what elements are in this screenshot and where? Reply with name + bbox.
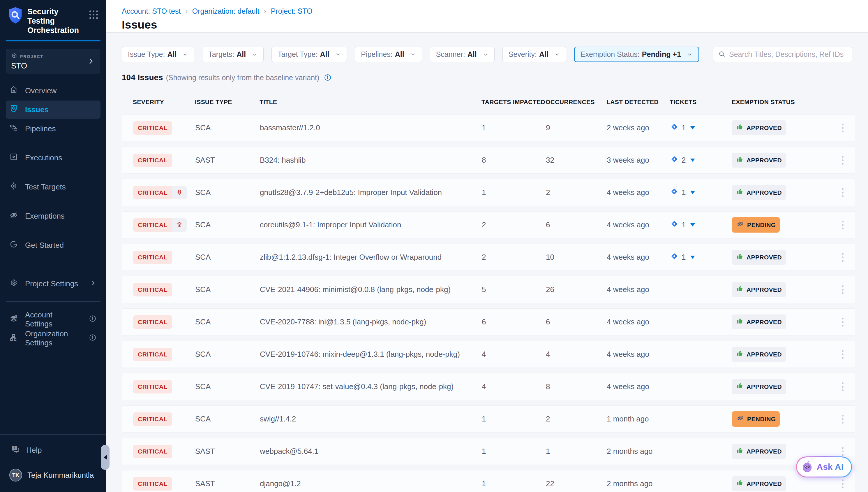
severity-badge: CRITICAL: [133, 154, 172, 167]
row-actions-cell: [836, 379, 855, 394]
filter-scanner[interactable]: Scanner:All: [430, 47, 495, 62]
row-menu-button[interactable]: [839, 476, 846, 491]
exemption-cell: APPROVED: [732, 476, 836, 491]
row-menu-button[interactable]: [839, 153, 846, 168]
row-actions-cell: [836, 121, 855, 135]
row-menu-button[interactable]: [839, 186, 846, 200]
exemption-cell: APPROVED: [732, 347, 836, 362]
layers-gear-icon: [9, 314, 18, 325]
avatar: TK: [9, 469, 22, 482]
breadcrumb-organization[interactable]: Organization: default: [192, 7, 260, 16]
row-actions-cell: [836, 218, 855, 232]
project-selector[interactable]: PROJECT STO: [6, 49, 100, 73]
issue-type-cell: SCA: [195, 317, 260, 326]
row-actions-cell: [836, 282, 855, 297]
targets-impacted-cell: 5: [482, 285, 546, 294]
sidebar-item-label: Organization Settings: [25, 329, 82, 347]
sidebar-item-project-settings[interactable]: Project Settings: [6, 275, 101, 293]
issue-type-cell: SAST: [195, 447, 260, 456]
row-menu-button[interactable]: [839, 250, 846, 265]
jira-icon: [670, 220, 679, 230]
severity-cell: CRITICAL: [133, 218, 195, 232]
collapse-arrow-icon: [104, 455, 107, 460]
home-icon: [9, 85, 18, 96]
help-button[interactable]: ? Help: [0, 435, 106, 456]
ticket-link[interactable]: 1: [670, 220, 695, 230]
issue-title[interactable]: zlib@1:1.2.13.dfsg-1: Integer Overflow o…: [260, 253, 482, 262]
ticket-link[interactable]: 1: [670, 187, 695, 198]
issue-title[interactable]: django@1.2: [260, 479, 482, 488]
ticket-link[interactable]: 1: [670, 122, 695, 133]
app-switcher-icon[interactable]: [89, 10, 98, 19]
issue-type-cell: SCA: [195, 188, 260, 197]
filter-targets[interactable]: Targets:All: [202, 47, 264, 62]
filter-pipelines[interactable]: Pipelines:All: [355, 47, 422, 62]
eye-off-icon: [736, 414, 744, 424]
issue-title[interactable]: swig//1.4.2: [260, 415, 482, 423]
occurrences-cell: 10: [546, 253, 607, 262]
breadcrumb-account[interactable]: Account: STO test: [122, 7, 181, 16]
sidebar-item-pipelines[interactable]: Pipelines: [6, 120, 101, 138]
filter-issue-type[interactable]: Issue Type:All: [122, 47, 194, 62]
row-menu-button[interactable]: [839, 379, 846, 394]
ticket-link[interactable]: 2: [670, 155, 695, 166]
sidebar-item-issues[interactable]: Issues: [6, 101, 101, 119]
last-detected-cell: 4 weeks ago: [607, 220, 670, 229]
filter-exemption-status[interactable]: Exemption Status:Pending +1: [574, 47, 699, 62]
sidebar-collapse-handle[interactable]: [101, 445, 109, 470]
sidebar-item-exemptions[interactable]: Exemptions: [6, 207, 101, 225]
row-menu-button[interactable]: [839, 282, 846, 297]
issue-title[interactable]: coreutils@9.1-1: Improper Input Validati…: [260, 220, 482, 229]
sidebar-item-executions[interactable]: Executions: [6, 149, 101, 167]
issues-count: 104 Issues: [122, 73, 163, 82]
severity-cell: CRITICAL: [133, 380, 195, 393]
row-menu-button[interactable]: [839, 218, 846, 232]
table-header: SEVERITY ISSUE TYPE TITLE TARGETS IMPACT…: [122, 99, 855, 105]
severity-cell: CRITICAL: [133, 186, 195, 199]
issue-title[interactable]: CVE-2019-10746: mixin-deep@1.3.1 (lang-p…: [260, 350, 482, 359]
info-icon: [89, 315, 97, 324]
issue-title[interactable]: gnutls28@3.7.9-2+deb12u5: Improper Input…: [260, 188, 482, 197]
filter-severity[interactable]: Severity:All: [502, 47, 566, 62]
table-row: CRITICAL SCA CVE-2020-7788: ini@1.3.5 (l…: [122, 309, 855, 336]
sidebar-item-account-settings[interactable]: Account Settings: [6, 311, 101, 328]
thumbs-up-icon: [736, 188, 744, 197]
issue-title[interactable]: B324: hashlib: [260, 156, 482, 165]
issue-title[interactable]: webpack@5.64.1: [260, 447, 482, 456]
jira-icon: [670, 252, 679, 263]
row-menu-button[interactable]: [839, 315, 846, 329]
issue-title[interactable]: CVE-2019-10747: set-value@0.4.3 (lang-pk…: [260, 382, 482, 391]
issue-title[interactable]: bassmaster//1.2.0: [260, 123, 482, 132]
row-menu-button[interactable]: [839, 347, 846, 362]
table-row: CRITICAL SAST B324: hashlib 8 32 3 weeks…: [122, 147, 855, 174]
play-square-icon: [9, 152, 18, 163]
last-detected-cell: 3 weeks ago: [607, 156, 670, 165]
row-menu-button[interactable]: [839, 412, 846, 426]
row-actions-cell: [836, 250, 855, 265]
info-icon[interactable]: [324, 74, 332, 81]
thumbs-up-icon: [736, 252, 744, 262]
sidebar-item-organization-settings[interactable]: Organization Settings: [6, 329, 101, 347]
sidebar-item-get-started[interactable]: Get Started: [6, 236, 101, 254]
severity-badge: CRITICAL: [133, 315, 172, 329]
breadcrumb-project[interactable]: Project: STO: [271, 7, 313, 16]
sidebar: Security Testing Orchestration PROJECT S…: [0, 0, 106, 492]
table-row: CRITICAL SCA bassmaster//1.2.0 1 9 2 wee…: [122, 114, 855, 141]
issue-title[interactable]: CVE-2021-44906: minimist@0.0.8 (lang-pkg…: [260, 285, 482, 294]
issue-title[interactable]: CVE-2020-7788: ini@1.3.5 (lang-pkgs, nod…: [260, 317, 482, 326]
last-detected-cell: 2 months ago: [607, 447, 670, 456]
user-name: Teja Kummarikuntla: [27, 471, 94, 480]
filter-target-type[interactable]: Target Type:All: [271, 47, 347, 62]
user-profile[interactable]: TK Teja Kummarikuntla: [0, 456, 106, 492]
severity-badge: CRITICAL: [133, 218, 187, 232]
ticket-link[interactable]: 1: [670, 252, 695, 263]
row-menu-button[interactable]: [839, 121, 846, 135]
exemption-badge: APPROVED: [732, 120, 786, 135]
shield-search-icon: [9, 104, 18, 115]
search-box: [713, 47, 852, 62]
search-input[interactable]: [729, 50, 847, 58]
project-name: STO: [11, 62, 95, 71]
ask-ai-button[interactable]: Ask AI: [796, 457, 852, 477]
sidebar-item-overview[interactable]: Overview: [6, 82, 101, 100]
sidebar-item-test-targets[interactable]: Test Targets: [6, 178, 101, 196]
